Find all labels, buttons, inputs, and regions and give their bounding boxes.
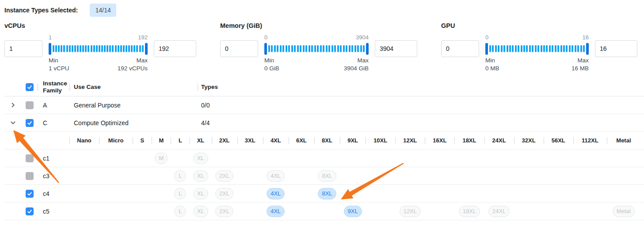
max-input[interactable] — [154, 40, 196, 57]
size-badge[interactable]: 8XL — [318, 170, 336, 182]
size-column — [99, 149, 133, 167]
checkbox-cell[interactable] — [21, 101, 38, 109]
instance-row[interactable]: c4LXL2XL4XL8XL — [4, 185, 644, 203]
family-group-row[interactable]: AGeneral Purpose0/0 — [4, 96, 644, 114]
size-column-header: XL — [197, 137, 205, 144]
slider-tick — [521, 45, 522, 52]
slider-handle-right[interactable] — [366, 43, 369, 55]
expander-cell[interactable] — [4, 102, 21, 108]
slider-tick — [126, 45, 127, 52]
filter-group: Memory (GiB) 0 3904 Min0 GiB — [220, 22, 417, 73]
size-badge[interactable]: 12XL — [400, 206, 421, 217]
size-column-header: 56XL — [552, 137, 565, 144]
size-badge[interactable]: 24XL — [488, 206, 510, 217]
row-checkbox[interactable] — [26, 172, 34, 180]
row-checkbox[interactable] — [26, 154, 34, 162]
size-column — [607, 167, 640, 184]
row-checkbox[interactable] — [26, 119, 34, 127]
size-badge[interactable]: 8XL — [318, 188, 336, 199]
select-all-checkbox[interactable] — [26, 83, 34, 91]
size-badge[interactable]: XL — [193, 206, 208, 217]
slider-tick — [118, 45, 119, 52]
size-badge[interactable]: Metal — [613, 206, 635, 217]
size-badge[interactable]: 2XL — [215, 188, 233, 199]
size-badge[interactable]: L — [174, 170, 186, 182]
slider-tick — [93, 45, 95, 52]
min-input[interactable] — [220, 40, 258, 57]
expand-chevron-icon[interactable] — [10, 102, 16, 108]
family-name: A — [38, 102, 69, 109]
slider-handle-left[interactable] — [264, 43, 267, 55]
slider-tick — [288, 45, 290, 52]
instance-row[interactable]: c1MXL — [4, 149, 644, 167]
size-column — [484, 167, 514, 184]
size-column: 9XL — [340, 132, 366, 149]
checkbox-cell[interactable] — [21, 190, 38, 198]
checkbox-cell[interactable] — [21, 172, 38, 180]
size-badge[interactable]: 4XL — [267, 170, 285, 182]
slider-track[interactable] — [49, 42, 148, 55]
slider-track[interactable] — [264, 42, 369, 55]
size-badge[interactable]: 2XL — [215, 206, 233, 217]
instance-row[interactable]: c3LXL2XL4XL8XL — [4, 167, 644, 185]
slider-handle-left[interactable] — [49, 43, 51, 55]
size-badge[interactable]: 2XL — [215, 170, 233, 182]
min-input[interactable] — [4, 40, 42, 57]
slider-tick — [349, 45, 351, 52]
checkbox-cell[interactable] — [21, 154, 38, 162]
select-all-cell — [21, 83, 38, 91]
size-column — [425, 203, 454, 220]
checkbox-cell[interactable] — [21, 207, 38, 215]
expander-cell[interactable] — [4, 119, 21, 126]
size-column — [237, 167, 263, 184]
size-badge[interactable]: 18XL — [459, 206, 480, 217]
size-column — [573, 185, 607, 202]
size-badge[interactable]: XL — [193, 188, 208, 199]
size-badge[interactable]: L — [174, 188, 186, 199]
max-input[interactable] — [375, 40, 417, 57]
size-column — [484, 149, 514, 167]
size-badge[interactable]: L — [174, 206, 186, 217]
row-checkbox[interactable] — [26, 190, 34, 198]
collapse-chevron-icon[interactable] — [10, 119, 16, 126]
slider-min-label: 0 — [485, 34, 488, 42]
slider-tick — [268, 45, 270, 52]
slider-tick — [297, 45, 299, 52]
size-column-header: 18XL — [462, 137, 476, 144]
slider-tick — [363, 45, 365, 52]
size-badge[interactable]: 4XL — [267, 188, 285, 199]
range-slider[interactable]: 1 192 Min1 vCPU Max192 vCPUs — [49, 34, 148, 73]
slider-tick — [101, 45, 103, 52]
size-badge[interactable]: XL — [193, 170, 208, 182]
family-group-row[interactable]: CCompute Optimized4/4 — [4, 114, 644, 132]
instance-row[interactable]: c5LXL2XL4XL9XL12XL18XL24XLMetal — [4, 203, 644, 220]
size-badge[interactable]: 4XL — [267, 206, 285, 217]
slider-track[interactable] — [485, 42, 589, 55]
slider-tick — [583, 45, 585, 52]
row-checkbox[interactable] — [26, 101, 34, 109]
size-column — [366, 203, 395, 220]
slider-tick — [58, 45, 60, 52]
size-badge[interactable]: M — [155, 153, 168, 164]
checkbox-cell[interactable] — [21, 119, 38, 127]
size-column — [544, 167, 573, 184]
slider-tick — [99, 45, 100, 52]
size-column: L — [171, 185, 190, 202]
slider-ticks — [489, 45, 585, 52]
max-input[interactable] — [595, 40, 637, 57]
types-cell: 0/0 — [198, 102, 644, 109]
size-column — [289, 167, 314, 184]
slider-tick — [526, 45, 528, 52]
range-slider[interactable]: 0 16 Min0 MB Max16 MB — [485, 34, 589, 73]
size-badge[interactable]: 9XL — [344, 206, 362, 217]
size-column-header: 12XL — [403, 137, 417, 144]
row-checkbox[interactable] — [26, 207, 34, 215]
slider-handle-right[interactable] — [586, 43, 589, 55]
slider-handle-right[interactable] — [145, 43, 148, 55]
slider-handle-left[interactable] — [485, 43, 488, 55]
min-input[interactable] — [441, 40, 479, 57]
size-column — [263, 149, 289, 167]
slider-tick — [74, 45, 76, 52]
size-badge[interactable]: XL — [193, 153, 208, 164]
range-slider[interactable]: 0 3904 Min0 GiB Max3904 GiB — [264, 34, 369, 73]
